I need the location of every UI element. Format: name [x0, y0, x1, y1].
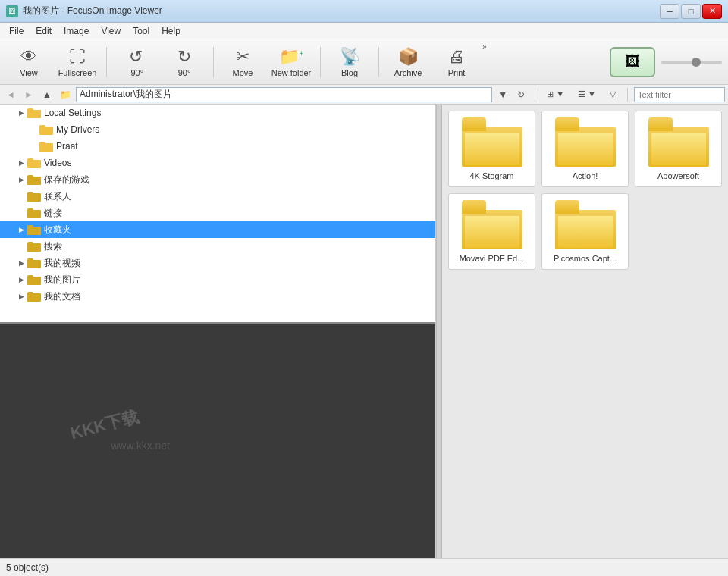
expand-icon: ▶ [27, 124, 39, 136]
new-folder-button[interactable]: 📁+ New folder [268, 42, 314, 82]
thumb-label: Picosmos Capt... [554, 254, 617, 263]
filter-button[interactable]: ▽ [604, 87, 621, 102]
blog-label: Blog [341, 68, 358, 77]
expand-icon: ▶ [15, 207, 27, 219]
thumbnail-movavi[interactable]: Movavi PDF Ed... [448, 193, 535, 270]
close-button[interactable]: ✕ [702, 4, 722, 19]
tree-item-my-docs[interactable]: ▶ 我的文档 [0, 288, 435, 305]
expand-icon[interactable]: ▶ [15, 157, 27, 169]
menu-view[interactable]: View [95, 24, 127, 38]
thumbnail-action[interactable]: Action! [541, 111, 629, 187]
folder-thumb-icon [462, 117, 522, 167]
move-button[interactable]: ✂ Move [220, 42, 265, 82]
expand-icon[interactable]: ▶ [15, 224, 27, 236]
expand-icon[interactable]: ▶ [15, 174, 27, 186]
folder-front [465, 133, 519, 165]
maximize-button[interactable]: □ [681, 4, 701, 19]
tree-item-saved-games[interactable]: ▶ 保存的游戏 [0, 171, 435, 188]
archive-button[interactable]: 📦 Archive [385, 42, 431, 82]
window-title: 我的图片 - FocusOn Image Viewer [23, 5, 162, 17]
blog-button[interactable]: 📡 Blog [327, 42, 372, 82]
folder-icon-searches [27, 241, 41, 252]
view-icon: 👁 [20, 47, 37, 67]
menu-edit[interactable]: Edit [30, 24, 58, 38]
thumb-label: Movavi PDF Ed... [460, 254, 525, 263]
tree-label: 链接 [44, 207, 62, 220]
rotate-right-label: 90° [178, 68, 191, 77]
main-content: ▶ Local Settings ▶ My Drivers ▶ Praat ▶ … [0, 105, 728, 558]
thumb-label: Apowersoft [657, 171, 699, 180]
address-bar: ◄ ► ▲ 📁 ▼ ↻ ⊞ ▼ ☰ ▼ ▽ [0, 85, 728, 105]
view-button[interactable]: 👁 View [6, 42, 52, 82]
tree-item-links[interactable]: ▶ 链接 [0, 205, 435, 221]
expand-icon[interactable]: ▶ [15, 274, 27, 286]
folder-icon-my-pictures [27, 274, 41, 285]
thumbnail-picosmos[interactable]: Picosmos Capt... [541, 193, 629, 270]
watermark: KKK下载 [68, 405, 141, 446]
tree-label: Praat [56, 141, 78, 152]
addr-divider-2 [627, 88, 628, 102]
tree-item-local-settings[interactable]: ▶ Local Settings [0, 105, 435, 121]
address-input[interactable] [76, 87, 492, 102]
thumbnail-view-button[interactable]: ⊞ ▼ [541, 87, 570, 102]
menu-image[interactable]: Image [58, 24, 95, 38]
title-bar-left: 🖼 我的图片 - FocusOn Image Viewer [6, 5, 162, 17]
addr-divider [535, 88, 535, 102]
folder-icon: 📁 [58, 87, 73, 102]
text-filter-input[interactable] [634, 87, 725, 102]
print-label: Print [448, 68, 466, 77]
expand-icon[interactable]: ▶ [15, 107, 27, 119]
folder-thumb-icon [648, 117, 709, 167]
new-folder-label: New folder [271, 68, 312, 77]
tree-area: ▶ Local Settings ▶ My Drivers ▶ Praat ▶ … [0, 105, 435, 324]
print-icon: 🖨 [448, 47, 465, 67]
folder-front [558, 133, 613, 165]
print-button[interactable]: 🖨 Print [434, 42, 479, 82]
zoom-slider[interactable] [661, 61, 722, 64]
menu-help[interactable]: Help [155, 24, 187, 38]
tree-label: Local Settings [44, 108, 101, 118]
expand-icon[interactable]: ▶ [15, 290, 27, 302]
fullscreen-button[interactable]: ⛶ Fullscreen [55, 42, 100, 82]
status-text: 5 object(s) [6, 562, 49, 573]
folder-icon-videos [27, 158, 41, 168]
zoom-track[interactable] [661, 61, 722, 64]
minimize-button[interactable]: ─ [660, 4, 679, 19]
archive-icon: 📦 [398, 47, 419, 67]
up-button[interactable]: ▲ [39, 87, 55, 102]
divider-4 [378, 47, 379, 77]
toolbar-more[interactable]: » [482, 42, 487, 51]
tree-item-contacts[interactable]: ▶ 联系人 [0, 188, 435, 205]
folder-icon-my-docs [27, 291, 41, 302]
thumbnail-apowersoft[interactable]: Apowersoft [635, 111, 722, 187]
expand-icon[interactable]: ▶ [15, 257, 27, 269]
splitter[interactable] [436, 105, 442, 558]
refresh-button[interactable]: ↻ [513, 87, 529, 102]
back-button[interactable]: ◄ [3, 87, 18, 102]
rotate-right-button[interactable]: ↻ 90° [162, 42, 207, 82]
menu-tool[interactable]: Tool [127, 24, 155, 38]
app-icon: 🖼 [6, 5, 18, 17]
folder-icon-local-settings [27, 108, 41, 118]
tree-item-searches[interactable]: ▶ 搜索 [0, 238, 435, 255]
menu-file[interactable]: File [3, 24, 30, 38]
tree-item-videos[interactable]: ▶ Videos [0, 155, 435, 171]
dropdown-arrow[interactable]: ▼ [495, 87, 510, 102]
blog-icon: 📡 [340, 47, 360, 67]
tree-item-favorites[interactable]: ▶ 收藏夹 [0, 221, 435, 238]
forward-button[interactable]: ► [21, 87, 36, 102]
sort-button[interactable]: ☰ ▼ [573, 87, 601, 102]
tree-item-praat[interactable]: ▶ Praat [0, 138, 435, 155]
title-bar-controls: ─ □ ✕ [660, 4, 722, 19]
tree-label: 搜索 [44, 240, 62, 253]
divider-2 [213, 47, 214, 77]
tree-item-my-videos[interactable]: ▶ 我的视频 [0, 255, 435, 271]
thumbnail-4k-stogram[interactable]: 4K Stogram [448, 111, 535, 187]
thumb-label: 4K Stogram [469, 171, 513, 180]
tree-item-my-pictures[interactable]: ▶ 我的图片 [0, 271, 435, 288]
zoom-thumb[interactable] [692, 58, 701, 67]
rotate-left-button[interactable]: ↺ -90° [113, 42, 158, 82]
view-toggle-button[interactable]: 🖼 [610, 47, 655, 77]
tree-item-my-drivers[interactable]: ▶ My Drivers [0, 121, 435, 138]
tree-label: Videos [44, 158, 71, 168]
